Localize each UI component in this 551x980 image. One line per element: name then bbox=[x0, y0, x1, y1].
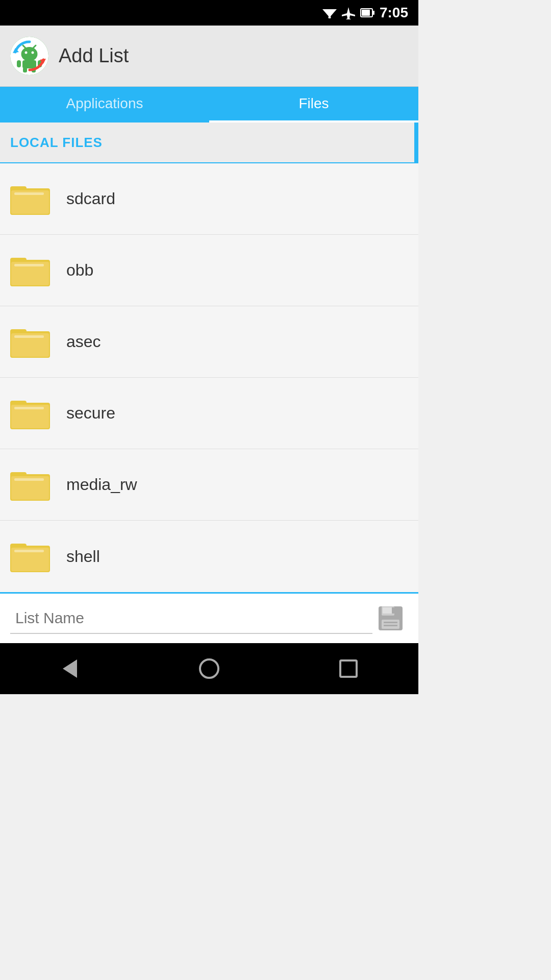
wifi-icon bbox=[322, 7, 337, 18]
svg-rect-35 bbox=[14, 407, 44, 409]
folder-icon bbox=[10, 467, 51, 503]
back-icon bbox=[63, 659, 77, 678]
app-logo bbox=[10, 37, 48, 75]
battery-icon bbox=[360, 7, 374, 18]
page-title: Add List bbox=[59, 45, 129, 67]
file-list: sdcard obb asec secure bbox=[0, 163, 418, 592]
list-item[interactable]: secure bbox=[0, 378, 418, 449]
recents-icon bbox=[339, 659, 358, 678]
svg-rect-50 bbox=[384, 625, 397, 626]
file-name: asec bbox=[66, 332, 101, 351]
file-name: sdcard bbox=[66, 189, 115, 208]
list-item[interactable]: media_rw bbox=[0, 449, 418, 521]
svg-rect-43 bbox=[14, 550, 44, 552]
back-button[interactable] bbox=[49, 648, 90, 689]
status-time: 7:05 bbox=[380, 5, 408, 21]
home-icon bbox=[199, 658, 219, 679]
folder-icon bbox=[10, 538, 51, 574]
list-item[interactable]: asec bbox=[0, 306, 418, 378]
svg-point-9 bbox=[25, 52, 28, 54]
svg-rect-49 bbox=[384, 622, 397, 623]
home-button[interactable] bbox=[189, 648, 230, 689]
recents-button[interactable] bbox=[328, 648, 369, 689]
save-button[interactable] bbox=[372, 601, 408, 636]
folder-icon bbox=[10, 324, 51, 360]
status-bar: 7:05 bbox=[0, 0, 418, 26]
svg-rect-31 bbox=[14, 335, 44, 338]
folder-icon bbox=[10, 396, 51, 431]
svg-rect-27 bbox=[14, 264, 44, 266]
folder-icon bbox=[10, 253, 51, 288]
svg-rect-6 bbox=[373, 11, 374, 15]
list-item[interactable]: sdcard bbox=[0, 163, 418, 235]
svg-point-8 bbox=[21, 47, 38, 61]
svg-rect-48 bbox=[382, 620, 399, 629]
file-name: shell bbox=[66, 547, 100, 566]
file-name: obb bbox=[66, 261, 93, 280]
folder-icon bbox=[10, 181, 51, 217]
nav-bar bbox=[0, 643, 418, 694]
file-name: secure bbox=[66, 404, 115, 423]
list-name-input[interactable] bbox=[10, 603, 372, 634]
airplane-icon bbox=[342, 6, 355, 19]
tab-bar: Applications Files bbox=[0, 87, 418, 122]
section-indicator bbox=[414, 122, 418, 162]
list-item[interactable]: shell bbox=[0, 521, 418, 592]
svg-rect-46 bbox=[383, 607, 393, 614]
svg-rect-5 bbox=[362, 10, 370, 16]
save-icon bbox=[377, 604, 405, 632]
svg-rect-23 bbox=[14, 192, 44, 195]
svg-rect-14 bbox=[23, 67, 27, 72]
svg-rect-39 bbox=[14, 478, 44, 481]
svg-point-10 bbox=[32, 52, 34, 54]
logo-svg bbox=[10, 37, 48, 75]
svg-rect-16 bbox=[17, 60, 21, 67]
file-name: media_rw bbox=[66, 475, 137, 494]
section-title: LOCAL FILES bbox=[10, 135, 103, 151]
svg-rect-13 bbox=[22, 60, 36, 68]
list-item[interactable]: obb bbox=[0, 235, 418, 306]
status-icons: 7:05 bbox=[322, 5, 408, 21]
tab-applications[interactable]: Applications bbox=[0, 87, 209, 122]
svg-point-3 bbox=[328, 16, 331, 19]
tab-files[interactable]: Files bbox=[209, 87, 418, 122]
app-header: Add List bbox=[0, 26, 418, 87]
svg-rect-47 bbox=[392, 607, 394, 614]
section-header: LOCAL FILES bbox=[0, 122, 418, 163]
bottom-input-area bbox=[0, 592, 418, 643]
